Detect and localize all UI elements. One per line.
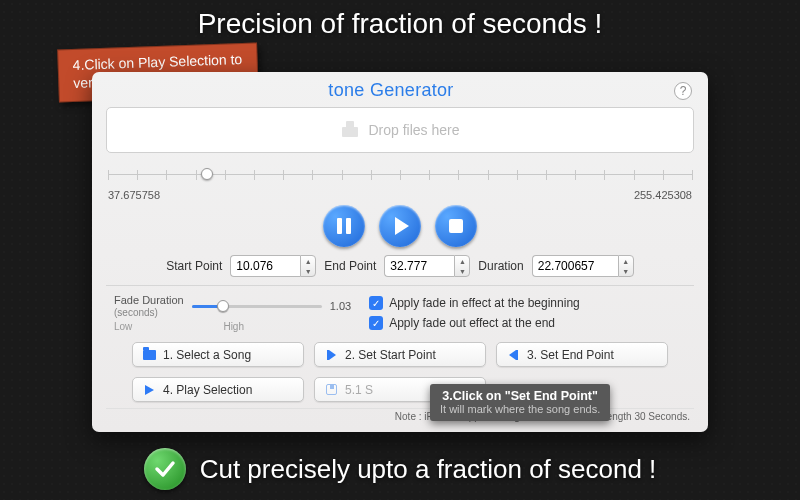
fade-in-label: Apply fade in effect at the beginning [389,296,580,310]
save-icon [326,384,337,395]
box-icon [340,121,360,139]
headline: Precision of fraction of seconds ! [0,0,800,46]
fade-out-checkbox[interactable]: ✓Apply fade out effect at the end [369,316,580,330]
save-label: 5.1 S [345,383,373,397]
play-button[interactable] [379,205,421,247]
skip-end-icon [509,350,518,360]
checkmark-icon: ✓ [369,316,383,330]
folder-icon [143,350,156,360]
end-point-stepper[interactable]: ▲▼ [454,255,470,277]
start-point-stepper[interactable]: ▲▼ [300,255,316,277]
titlebar: tone Generator ? [106,78,694,107]
tooltip-title: 3.Click on "Set End Point" [442,389,598,403]
select-song-button[interactable]: 1. Select a Song [132,342,304,367]
fade-out-label: Apply fade out effect at the end [389,316,555,330]
duration-input[interactable] [532,255,618,277]
timeline-thumb[interactable] [201,168,213,180]
fade-unit: (seconds) [114,307,158,318]
stop-button[interactable] [435,205,477,247]
app-window: tone Generator ? Drop files here 37.6757… [92,72,708,432]
time-start-bound: 37.675758 [108,189,160,201]
end-point-input[interactable] [384,255,454,277]
fade-value: 1.03 [330,300,351,312]
fade-in-checkbox[interactable]: ✓Apply fade in effect at the beginning [369,296,580,310]
set-end-label: 3. Set End Point [527,348,614,362]
points-row: Start Point ▲▼ End Point ▲▼ Duration ▲▼ [106,255,694,277]
set-start-label: 2. Set Start Point [345,348,436,362]
duration-field[interactable]: ▲▼ [532,255,634,277]
end-point-label: End Point [324,259,376,273]
playback-controls [106,205,694,247]
set-start-point-button[interactable]: 2. Set Start Point [314,342,486,367]
footer-text: Cut precisely upto a fraction of second … [200,454,657,485]
fade-title: Fade Duration [114,294,184,306]
step-buttons-row1: 1. Select a Song 2. Set Start Point 3. S… [106,342,694,367]
fade-low-label: Low [114,321,132,332]
start-point-field[interactable]: ▲▼ [230,255,316,277]
play-icon [395,217,409,235]
set-end-point-button[interactable]: 3. Set End Point [496,342,668,367]
skip-start-icon [327,350,336,360]
play-icon [145,385,154,395]
start-point-label: Start Point [166,259,222,273]
start-point-input[interactable] [230,255,300,277]
tooltip-step3: 3.Click on "Set End Point" It will mark … [430,384,610,421]
fade-slider-knob[interactable] [217,300,229,312]
check-circle-icon [144,448,186,490]
fade-slider[interactable] [192,298,322,314]
stop-icon [449,219,463,233]
end-point-field[interactable]: ▲▼ [384,255,470,277]
pause-button[interactable] [323,205,365,247]
tooltip-sub: It will mark where the song ends. [440,403,600,415]
select-song-label: 1. Select a Song [163,348,251,362]
dropzone-label: Drop files here [368,122,459,138]
dropzone[interactable]: Drop files here [106,107,694,153]
footer: Cut precisely upto a fraction of second … [0,448,800,490]
checkmark-icon: ✓ [369,296,383,310]
fade-high-label: High [223,321,244,332]
duration-stepper[interactable]: ▲▼ [618,255,634,277]
app-title: tone Generator [328,80,453,101]
pause-icon [337,218,351,234]
duration-label: Duration [478,259,523,273]
time-end-bound: 255.425308 [634,189,692,201]
timeline-slider[interactable] [108,165,692,185]
fade-panel: Fade Duration (seconds) 1.03 Low High ✓A… [106,285,694,332]
fade-checks: ✓Apply fade in effect at the beginning ✓… [369,296,580,330]
help-button[interactable]: ? [674,82,692,100]
fade-duration-group: Fade Duration (seconds) 1.03 Low High [106,294,351,332]
play-selection-button[interactable]: 4. Play Selection [132,377,304,402]
play-selection-label: 4. Play Selection [163,383,252,397]
